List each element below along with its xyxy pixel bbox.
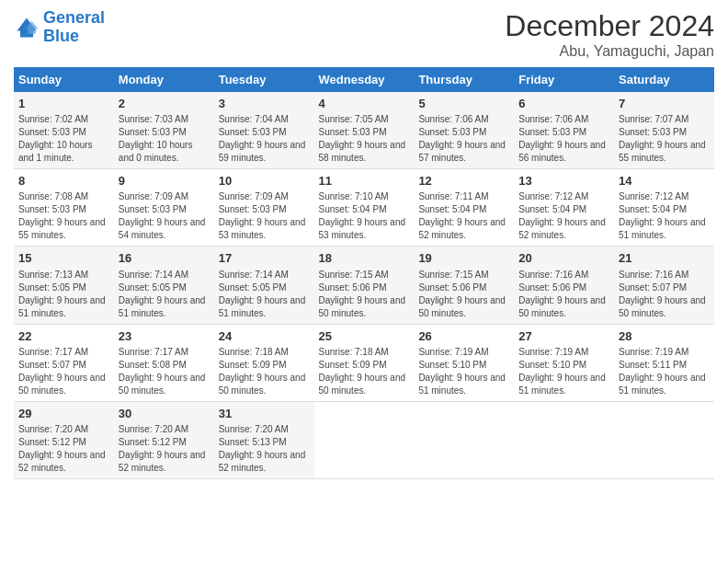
calendar-body: 1 Sunrise: 7:02 AMSunset: 5:03 PMDayligh…	[14, 92, 714, 478]
day-number: 23	[119, 328, 210, 345]
day-number: 9	[119, 173, 210, 190]
day-info: Sunrise: 7:09 AMSunset: 5:03 PMDaylight:…	[219, 190, 310, 242]
calendar-cell: 3 Sunrise: 7:04 AMSunset: 5:03 PMDayligh…	[214, 92, 314, 169]
day-number: 21	[619, 250, 710, 267]
day-number: 3	[219, 96, 310, 112]
calendar-cell: 1 Sunrise: 7:02 AMSunset: 5:03 PMDayligh…	[14, 92, 114, 169]
calendar-cell: 9 Sunrise: 7:09 AMSunset: 5:03 PMDayligh…	[114, 169, 214, 247]
calendar-cell: 7 Sunrise: 7:07 AMSunset: 5:03 PMDayligh…	[614, 92, 714, 169]
calendar-row: 22 Sunrise: 7:17 AMSunset: 5:07 PMDaylig…	[14, 324, 714, 401]
calendar-cell: 19 Sunrise: 7:15 AMSunset: 5:06 PMDaylig…	[414, 247, 514, 324]
calendar-cell: 11 Sunrise: 7:10 AMSunset: 5:04 PMDaylig…	[314, 169, 415, 247]
day-number: 26	[418, 328, 509, 345]
day-number: 22	[18, 328, 109, 345]
col-wednesday: Wednesday	[314, 67, 415, 92]
calendar-cell: 4 Sunrise: 7:05 AMSunset: 5:03 PMDayligh…	[314, 92, 415, 169]
day-info: Sunrise: 7:05 AMSunset: 5:03 PMDaylight:…	[319, 113, 410, 165]
calendar-cell: 17 Sunrise: 7:14 AMSunset: 5:05 PMDaylig…	[214, 247, 314, 324]
day-number: 20	[518, 250, 609, 267]
day-info: Sunrise: 7:17 AMSunset: 5:07 PMDaylight:…	[18, 346, 109, 397]
day-info: Sunrise: 7:02 AMSunset: 5:03 PMDaylight:…	[18, 113, 109, 165]
day-info: Sunrise: 7:19 AMSunset: 5:10 PMDaylight:…	[518, 346, 609, 397]
day-number: 31	[219, 406, 310, 422]
calendar-cell: 22 Sunrise: 7:17 AMSunset: 5:07 PMDaylig…	[14, 324, 114, 401]
calendar-cell: 21 Sunrise: 7:16 AMSunset: 5:07 PMDaylig…	[614, 247, 714, 324]
calendar-row: 15 Sunrise: 7:13 AMSunset: 5:05 PMDaylig…	[14, 247, 714, 324]
day-number: 11	[319, 173, 410, 190]
day-number: 1	[18, 96, 109, 112]
day-info: Sunrise: 7:03 AMSunset: 5:03 PMDaylight:…	[119, 113, 210, 165]
month-title: December 2024	[505, 9, 714, 43]
day-number: 25	[319, 328, 410, 345]
calendar-cell: 30 Sunrise: 7:20 AMSunset: 5:12 PMDaylig…	[114, 401, 214, 478]
day-info: Sunrise: 7:11 AMSunset: 5:04 PMDaylight:…	[418, 190, 509, 242]
logo-line2: Blue	[43, 27, 79, 45]
calendar-row: 8 Sunrise: 7:08 AMSunset: 5:03 PMDayligh…	[14, 169, 714, 247]
logo-icon	[14, 15, 40, 40]
logo-line1: General	[43, 8, 105, 27]
day-info: Sunrise: 7:07 AMSunset: 5:03 PMDaylight:…	[619, 113, 710, 165]
calendar-cell: 23 Sunrise: 7:17 AMSunset: 5:08 PMDaylig…	[114, 324, 214, 401]
calendar-cell: 6 Sunrise: 7:06 AMSunset: 5:03 PMDayligh…	[514, 92, 614, 169]
col-thursday: Thursday	[414, 67, 514, 92]
col-friday: Friday	[514, 67, 614, 92]
day-info: Sunrise: 7:19 AMSunset: 5:10 PMDaylight:…	[418, 346, 509, 397]
day-info: Sunrise: 7:13 AMSunset: 5:05 PMDaylight:…	[18, 269, 109, 320]
day-number: 17	[219, 250, 310, 267]
calendar-cell: 16 Sunrise: 7:14 AMSunset: 5:05 PMDaylig…	[114, 247, 214, 324]
day-info: Sunrise: 7:04 AMSunset: 5:03 PMDaylight:…	[219, 113, 310, 165]
day-info: Sunrise: 7:09 AMSunset: 5:03 PMDaylight:…	[119, 190, 210, 242]
day-info: Sunrise: 7:16 AMSunset: 5:06 PMDaylight:…	[518, 269, 609, 320]
calendar-cell: 25 Sunrise: 7:18 AMSunset: 5:09 PMDaylig…	[314, 324, 415, 401]
day-info: Sunrise: 7:20 AMSunset: 5:13 PMDaylight:…	[219, 423, 310, 475]
location: Abu, Yamaguchi, Japan	[505, 43, 714, 60]
calendar-cell: 31 Sunrise: 7:20 AMSunset: 5:13 PMDaylig…	[214, 401, 314, 478]
day-info: Sunrise: 7:17 AMSunset: 5:08 PMDaylight:…	[119, 346, 210, 397]
day-info: Sunrise: 7:06 AMSunset: 5:03 PMDaylight:…	[418, 113, 509, 165]
calendar-row: 1 Sunrise: 7:02 AMSunset: 5:03 PMDayligh…	[14, 92, 714, 169]
calendar-cell: 2 Sunrise: 7:03 AMSunset: 5:03 PMDayligh…	[114, 92, 214, 169]
day-info: Sunrise: 7:15 AMSunset: 5:06 PMDaylight:…	[319, 269, 410, 320]
calendar-cell: 20 Sunrise: 7:16 AMSunset: 5:06 PMDaylig…	[514, 247, 614, 324]
day-number: 18	[319, 250, 410, 267]
calendar-cell: 15 Sunrise: 7:13 AMSunset: 5:05 PMDaylig…	[14, 247, 114, 324]
calendar-row: 29 Sunrise: 7:20 AMSunset: 5:12 PMDaylig…	[14, 401, 714, 478]
calendar-cell: 27 Sunrise: 7:19 AMSunset: 5:10 PMDaylig…	[514, 324, 614, 401]
header: General Blue December 2024 Abu, Yamaguch…	[14, 9, 714, 60]
calendar-header: Sunday Monday Tuesday Wednesday Thursday…	[14, 67, 714, 92]
calendar-cell	[414, 401, 514, 478]
day-info: Sunrise: 7:12 AMSunset: 5:04 PMDaylight:…	[518, 190, 609, 242]
day-number: 13	[518, 173, 609, 190]
calendar-cell: 13 Sunrise: 7:12 AMSunset: 5:04 PMDaylig…	[514, 169, 614, 247]
logo: General Blue	[14, 9, 105, 46]
calendar-cell: 18 Sunrise: 7:15 AMSunset: 5:06 PMDaylig…	[314, 247, 415, 324]
calendar-cell	[614, 401, 714, 478]
day-number: 19	[418, 250, 509, 267]
day-info: Sunrise: 7:20 AMSunset: 5:12 PMDaylight:…	[119, 423, 210, 475]
calendar-cell: 5 Sunrise: 7:06 AMSunset: 5:03 PMDayligh…	[414, 92, 514, 169]
day-info: Sunrise: 7:20 AMSunset: 5:12 PMDaylight:…	[18, 423, 109, 475]
day-info: Sunrise: 7:14 AMSunset: 5:05 PMDaylight:…	[219, 269, 310, 320]
calendar-container: General Blue December 2024 Abu, Yamaguch…	[0, 0, 728, 488]
day-number: 30	[119, 406, 210, 422]
day-number: 7	[619, 96, 710, 112]
day-info: Sunrise: 7:10 AMSunset: 5:04 PMDaylight:…	[319, 190, 410, 242]
day-info: Sunrise: 7:16 AMSunset: 5:07 PMDaylight:…	[619, 269, 710, 320]
day-number: 5	[418, 96, 509, 112]
calendar-cell: 29 Sunrise: 7:20 AMSunset: 5:12 PMDaylig…	[14, 401, 114, 478]
day-number: 12	[418, 173, 509, 190]
calendar-cell: 10 Sunrise: 7:09 AMSunset: 5:03 PMDaylig…	[214, 169, 314, 247]
calendar-cell: 14 Sunrise: 7:12 AMSunset: 5:04 PMDaylig…	[614, 169, 714, 247]
day-number: 27	[518, 328, 609, 345]
day-info: Sunrise: 7:15 AMSunset: 5:06 PMDaylight:…	[418, 269, 509, 320]
calendar-table: Sunday Monday Tuesday Wednesday Thursday…	[14, 67, 714, 479]
day-number: 8	[18, 173, 109, 190]
day-number: 24	[219, 328, 310, 345]
calendar-cell	[514, 401, 614, 478]
day-number: 2	[119, 96, 210, 112]
header-row: Sunday Monday Tuesday Wednesday Thursday…	[14, 67, 714, 92]
logo-text: General Blue	[43, 9, 105, 46]
col-saturday: Saturday	[614, 67, 714, 92]
day-number: 16	[119, 250, 210, 267]
day-info: Sunrise: 7:19 AMSunset: 5:11 PMDaylight:…	[619, 346, 710, 397]
